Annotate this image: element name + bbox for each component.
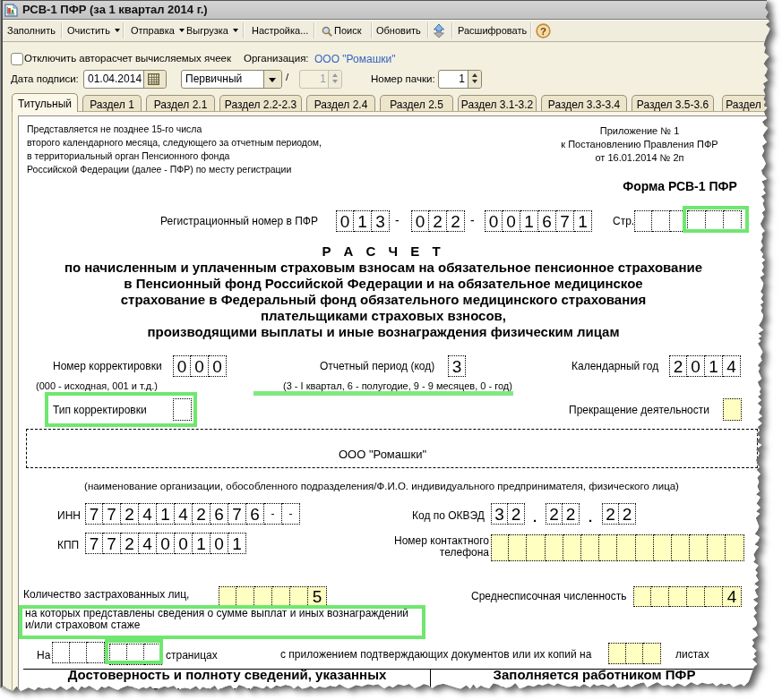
svg-text:?: ? bbox=[540, 26, 546, 37]
